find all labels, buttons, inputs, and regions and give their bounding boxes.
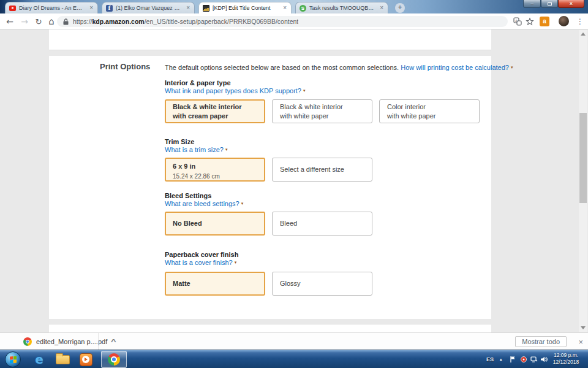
- sellics-favicon-icon: S: [300, 5, 306, 12]
- option-matte[interactable]: Matte: [165, 272, 265, 296]
- group-label-finish: Paperback cover finish: [165, 251, 238, 258]
- group-help-trim: What is a trim size? ▾: [165, 146, 228, 153]
- option-bleed[interactable]: Bleed: [272, 212, 372, 236]
- option-bw-cream[interactable]: Black & white interior with cream paper: [165, 99, 265, 123]
- svg-text:A: A: [515, 19, 518, 23]
- bleed-options-row: No Bleed Bleed: [165, 212, 372, 236]
- forward-button[interactable]: →: [18, 13, 31, 29]
- minimize-button[interactable]: –: [523, 0, 541, 8]
- group-help-finish: What is a cover finish? ▾: [165, 259, 236, 266]
- reload-button[interactable]: ↻: [32, 13, 45, 29]
- close-tab-icon[interactable]: ×: [186, 5, 190, 11]
- antivirus-tray-icon[interactable]: [520, 350, 527, 368]
- tab-title: (1) Elko Omar Vazquez Erosa: [116, 5, 183, 11]
- maximize-button[interactable]: [541, 0, 558, 8]
- close-downloads-bar-icon[interactable]: ×: [578, 333, 583, 350]
- taskbar-file-explorer[interactable]: [51, 351, 74, 367]
- clock-time: 12:09 p.m.: [547, 352, 585, 359]
- address-bar[interactable]: https://kdp.amazon.com/en_US/title-setup…: [57, 16, 508, 27]
- printing-cost-link[interactable]: How will printing cost be calculated?: [401, 64, 509, 71]
- tab-facebook[interactable]: f (1) Elko Omar Vazquez Erosa ×: [102, 2, 195, 13]
- show-all-downloads-button[interactable]: Mostrar todo: [515, 336, 567, 347]
- desktop: Diary Of Dreams - An Empty Ho × f (1) El…: [0, 0, 588, 368]
- trim-help-link[interactable]: What is a trim size?: [165, 146, 224, 153]
- expand-caret-icon: ▾: [235, 260, 237, 265]
- tab-title: Diary Of Dreams - An Empty Ho: [19, 5, 86, 11]
- profile-avatar[interactable]: [559, 16, 569, 26]
- windows-logo-icon: [10, 356, 17, 363]
- url-text: https://kdp.amazon.com/en_US/title-setup…: [73, 18, 298, 25]
- home-button[interactable]: ⌂: [45, 13, 58, 29]
- youtube-favicon-icon: [9, 6, 16, 11]
- section-title: Print Options: [100, 62, 150, 71]
- amazon-assistant-extension-icon[interactable]: a: [540, 17, 549, 26]
- action-center-flag-icon[interactable]: [509, 350, 516, 368]
- tab-task-results[interactable]: S Task results TMOOUQBY-20181 ×: [295, 2, 388, 13]
- scroll-down-icon[interactable]: [579, 324, 587, 332]
- tab-kdp-active[interactable]: [KDP] Edit Title Content ×: [198, 2, 292, 13]
- next-section-top: [49, 324, 491, 332]
- network-tray-icon[interactable]: [530, 350, 538, 368]
- download-item[interactable]: edited_Morrigan p....pdf ^: [23, 333, 116, 350]
- expand-caret-icon: ▾: [241, 201, 244, 206]
- scroll-up-icon[interactable]: [579, 30, 587, 38]
- tab-youtube[interactable]: Diary Of Dreams - An Empty Ho ×: [5, 2, 98, 13]
- pdf-file-chrome-icon: [23, 337, 32, 346]
- group-help-interior: What ink and paper types does KDP suppor…: [165, 87, 306, 94]
- download-file-name: edited_Morrigan p....pdf: [36, 338, 107, 345]
- intro-text: The default options selected below are b…: [165, 64, 513, 71]
- internet-explorer-icon: e: [35, 352, 43, 367]
- print-options-section: Print Options The default options select…: [49, 56, 491, 319]
- option-glossy[interactable]: Glossy: [272, 272, 372, 296]
- previous-section-bottom: [49, 29, 491, 50]
- interior-options-row: Black & white interior with cream paper …: [165, 99, 480, 123]
- group-label-trim: Trim Size: [165, 138, 194, 145]
- new-tab-button[interactable]: +: [395, 3, 405, 13]
- downloads-bar: edited_Morrigan p....pdf ^ Mostrar todo …: [0, 332, 588, 350]
- expand-caret-icon: ▾: [225, 147, 228, 152]
- media-player-icon: [80, 353, 92, 366]
- taskbar-media-player[interactable]: [75, 351, 97, 367]
- interior-help-link[interactable]: What ink and paper types does KDP suppor…: [165, 87, 301, 94]
- download-chevron-up-icon[interactable]: ^: [111, 338, 116, 345]
- option-different-size[interactable]: Select a different size: [272, 158, 372, 182]
- divider: [98, 333, 99, 350]
- bleed-help-link[interactable]: What are bleed settings?: [165, 200, 239, 207]
- finish-help-link[interactable]: What is a cover finish?: [165, 259, 233, 266]
- browser-toolbar: ← → ↻ ⌂ https://kdp.amazon.com/en_US/tit…: [0, 13, 588, 29]
- taskbar-clock[interactable]: 12:09 p.m. 12/12/2018: [547, 352, 585, 366]
- start-button[interactable]: [5, 351, 21, 367]
- bookmark-star-icon[interactable]: [526, 17, 534, 26]
- tab-title: [KDP] Edit Title Content: [213, 5, 279, 11]
- vertical-scrollbar[interactable]: [579, 30, 587, 332]
- scrollbar-thumb[interactable]: [579, 113, 587, 203]
- kdp-favicon-icon: [203, 5, 209, 12]
- back-button[interactable]: ←: [4, 13, 16, 29]
- clock-date: 12/12/2018: [547, 359, 585, 366]
- windows-taskbar: e ES ▴ 12:09 p.m. 12/12/2018: [0, 350, 588, 368]
- chrome-icon: [108, 353, 120, 366]
- expand-caret-icon: ▾: [511, 65, 513, 70]
- browser-tab-strip: Diary Of Dreams - An Empty Ho × f (1) El…: [0, 0, 588, 13]
- browser-menu-icon[interactable]: ⋮: [576, 13, 584, 29]
- option-bw-white[interactable]: Black & white interior with white paper: [272, 99, 372, 123]
- taskbar-chrome-active[interactable]: [101, 351, 127, 368]
- close-window-button[interactable]: ×: [558, 0, 584, 8]
- option-6x9[interactable]: 6 x 9 in 15.24 x 22.86 cm: [165, 158, 265, 182]
- maximize-icon: [548, 2, 552, 6]
- translate-icon[interactable]: A: [513, 17, 522, 26]
- option-no-bleed[interactable]: No Bleed: [165, 212, 265, 236]
- taskbar-internet-explorer[interactable]: e: [28, 351, 50, 367]
- group-label-interior: Interior & paper type: [165, 79, 231, 86]
- group-label-bleed: Bleed Settings: [165, 192, 211, 199]
- close-tab-icon[interactable]: ×: [379, 5, 384, 11]
- close-tab-icon[interactable]: ×: [89, 5, 94, 11]
- page-content: Print Options The default options select…: [0, 29, 588, 332]
- close-tab-icon[interactable]: ×: [282, 5, 287, 11]
- show-hidden-icons[interactable]: ▴: [500, 350, 502, 368]
- lock-icon: [63, 18, 69, 25]
- language-indicator[interactable]: ES: [486, 350, 494, 368]
- finish-options-row: Matte Glossy: [165, 272, 372, 296]
- folder-icon: [56, 355, 70, 364]
- option-color-white[interactable]: Color interior with white paper: [379, 99, 480, 123]
